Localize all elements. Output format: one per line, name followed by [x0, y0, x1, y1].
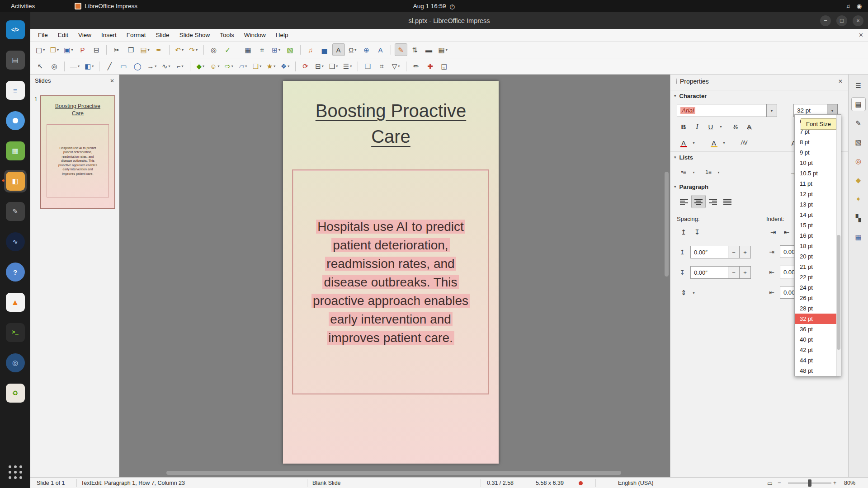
font-size-option[interactable]: 21 pt — [795, 262, 841, 272]
font-size-option[interactable]: 22 pt — [795, 272, 841, 282]
underline-button[interactable]: U — [704, 120, 717, 133]
font-color-button[interactable]: A — [677, 136, 690, 150]
zoom-slider[interactable] — [785, 478, 834, 488]
shapes-tab[interactable]: ◆ — [851, 173, 866, 187]
line-spacing-button[interactable]: ⇕ — [677, 286, 690, 300]
points-button[interactable]: ✏ — [410, 60, 423, 73]
section-character[interactable]: ▾ Character — [670, 90, 848, 101]
align-right-button[interactable] — [706, 195, 720, 208]
font-size-option[interactable]: 36 pt — [795, 324, 841, 334]
flowchart-button[interactable]: ▱ — [237, 60, 250, 73]
align-justify-button[interactable] — [720, 195, 735, 208]
display-views-button[interactable]: ▦ — [437, 43, 449, 56]
chromium[interactable] — [4, 109, 27, 132]
symbol-shapes-button[interactable]: ☺ — [208, 60, 221, 73]
insert-audio-video-button[interactable]: ♫ — [304, 43, 317, 56]
strikethrough-button[interactable]: S — [729, 120, 742, 133]
vertical-text-button[interactable]: ⇅ — [409, 43, 421, 56]
font-size-option[interactable]: 12 pt — [795, 189, 841, 199]
power-icon[interactable]: ◉ — [857, 3, 862, 9]
font-name-dropdown-icon[interactable]: ▾ — [766, 104, 777, 117]
unordered-list-dropdown-icon[interactable]: ▾ — [690, 165, 697, 179]
callout-shapes-button[interactable]: ❑ — [251, 60, 264, 73]
vlc[interactable]: ▲ — [4, 291, 27, 314]
distribute-button[interactable]: ☰ — [341, 60, 354, 73]
zoom-level-status[interactable]: 80% — [844, 478, 855, 488]
font-size-option[interactable]: 24 pt — [795, 282, 841, 293]
files[interactable]: ▤ — [4, 49, 27, 71]
header-footer-button[interactable]: ▬ — [423, 43, 435, 56]
dropdown-scrollbar[interactable] — [836, 115, 841, 376]
insert-line-button[interactable]: ╱ — [103, 60, 116, 73]
spacing-above-decrement[interactable]: − — [728, 246, 740, 258]
close-window-button[interactable]: × — [853, 15, 863, 26]
paste-button[interactable]: ▤ — [138, 43, 151, 56]
text-editor[interactable]: ≡ — [4, 79, 27, 102]
font-size-option[interactable]: 16 pt — [795, 230, 841, 241]
libreoffice-calc[interactable]: ▦ — [4, 140, 27, 162]
navigator-tab[interactable]: ◎ — [851, 154, 866, 168]
volume-icon[interactable]: ♫ — [846, 3, 850, 9]
display-grid-button[interactable]: ▦ — [242, 43, 255, 56]
line-spacing-dropdown-icon[interactable]: ▾ — [690, 286, 697, 300]
ordered-list-dropdown-icon[interactable]: ▾ — [715, 165, 722, 179]
steam[interactable]: ∿ — [4, 230, 27, 253]
insert-special-character-button[interactable]: Ω — [346, 43, 359, 56]
web-browser[interactable]: ◎ — [4, 352, 27, 374]
maximize-button[interactable]: □ — [836, 15, 847, 26]
image-filter-button[interactable]: ▽ — [390, 60, 402, 73]
font-size-option[interactable]: 20 pt — [795, 251, 841, 262]
font-size-option[interactable]: 9 pt — [795, 147, 841, 158]
horizontal-scrollbar[interactable] — [166, 471, 621, 475]
activities-button[interactable]: Activities — [7, 2, 38, 10]
slide[interactable]: Boosting Proactive Care Hospitals use AI… — [283, 81, 499, 464]
show-draw-functions-button[interactable]: ✎ — [395, 43, 407, 56]
menu-item[interactable]: Insert — [96, 30, 122, 40]
decrease-paragraph-spacing-button[interactable]: ↧ — [690, 225, 704, 239]
spacing-below-decrement[interactable]: − — [728, 266, 740, 279]
insert-chart-button[interactable]: ▅ — [318, 43, 331, 56]
menu-item[interactable]: Slide Show — [175, 30, 215, 40]
vertical-scrollbar[interactable] — [665, 172, 669, 277]
copy-button[interactable]: ❐ — [124, 43, 137, 56]
font-size-option[interactable]: 28 pt — [795, 303, 841, 314]
font-name-field[interactable]: Arial — [677, 104, 766, 117]
terminal[interactable]: >_ — [4, 321, 27, 344]
toggle-extrusion-button[interactable]: ◱ — [438, 60, 451, 73]
font-size-option[interactable]: 8 pt — [795, 137, 841, 147]
ordered-list-button[interactable]: 1≡ — [702, 165, 715, 179]
connectors-button[interactable]: ⌐ — [174, 60, 186, 73]
font-size-option[interactable]: 10.5 pt — [795, 168, 841, 178]
zoom-slider-track[interactable] — [788, 483, 831, 483]
decrease-indent-button[interactable]: ⇤ — [780, 225, 793, 239]
show-applications[interactable] — [4, 461, 27, 483]
redo-button[interactable]: ↷ — [187, 43, 200, 56]
close-properties-icon[interactable]: ✕ — [838, 78, 843, 84]
menu-item[interactable]: View — [73, 30, 96, 40]
cut-button[interactable]: ✂ — [110, 43, 123, 56]
focused-app-menu[interactable]: LibreOffice Impress — [75, 3, 137, 9]
insert-table-button[interactable]: ⊞ — [270, 43, 283, 56]
font-size-option[interactable]: 26 pt — [795, 293, 841, 303]
dropdown-scrollbar-thumb[interactable] — [837, 235, 840, 350]
font-size-option[interactable]: 15 pt — [795, 220, 841, 230]
menu-item[interactable]: Slide — [151, 30, 175, 40]
font-size-option[interactable]: 10 pt — [795, 158, 841, 168]
menu-item[interactable]: Window — [239, 30, 271, 40]
open-file-button[interactable]: ❒ — [48, 43, 61, 56]
insert-text-box-button[interactable]: A — [332, 43, 345, 56]
menu-item[interactable]: Help — [271, 30, 293, 40]
snap-guides-button[interactable]: ⌗ — [256, 43, 269, 56]
font-size-option[interactable]: 42 pt — [795, 345, 841, 355]
gallery-tab[interactable]: ▧ — [851, 135, 866, 149]
sidebar-menu[interactable]: ☰ — [851, 78, 866, 92]
insert-image-button[interactable]: ▧ — [284, 43, 297, 56]
panel-grip-icon[interactable]: ⸽⸽ — [676, 79, 676, 84]
gimp[interactable]: ✎ — [4, 200, 27, 223]
align-objects-button[interactable]: ⊟ — [313, 60, 326, 73]
slide-transition-tab[interactable]: ▚ — [851, 211, 866, 225]
spacing-above-spinbox[interactable]: 0.00″ − + — [690, 246, 751, 258]
font-name-combobox[interactable]: Arial ▾ — [677, 104, 777, 117]
cursor-position-status[interactable]: 0.31 / 2.58 — [487, 478, 514, 488]
lines-and-arrows-button[interactable]: → — [145, 60, 158, 73]
